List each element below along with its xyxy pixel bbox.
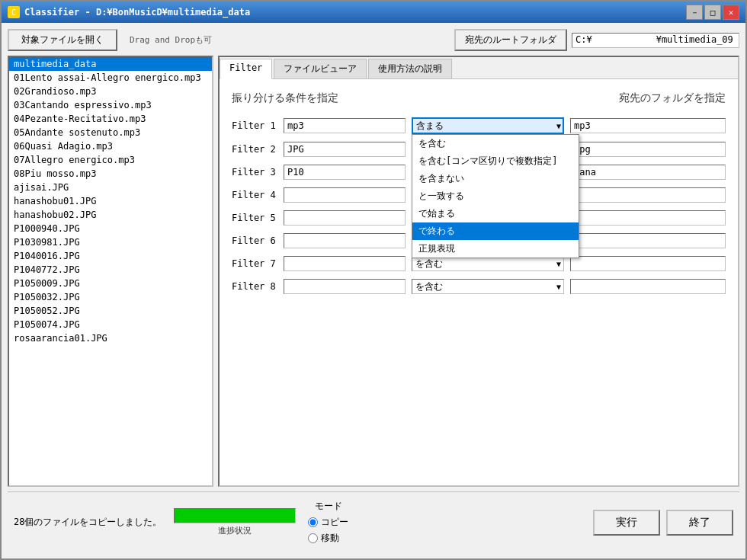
file-list-item[interactable]: 05Andante sostenuto.mp3 bbox=[9, 126, 212, 139]
file-list-item[interactable]: P1050052.JPG bbox=[9, 304, 212, 318]
dropdown-item[interactable]: を含む bbox=[412, 135, 579, 152]
dropdown-menu-1: を含むを含む[コンマ区切りで複数指定]を含まないと一致するで始まるで終わる正規表… bbox=[412, 134, 579, 258]
move-label: 移動 bbox=[321, 532, 339, 545]
file-list-item[interactable]: P1050074.JPG bbox=[9, 318, 212, 331]
action-buttons: 実行 終了 bbox=[593, 510, 733, 536]
file-list-item[interactable]: P1000940.JPG bbox=[9, 222, 212, 235]
move-radio-row: 移動 bbox=[308, 532, 339, 545]
filter-label-2: Filter 2 bbox=[232, 144, 277, 155]
filter-text-input-5[interactable] bbox=[284, 210, 406, 226]
file-list-item[interactable]: 07Allegro energico.mp3 bbox=[9, 153, 212, 167]
title-bar: C Classifier - D:¥BonMusicD¥multimedia_d… bbox=[2, 2, 745, 23]
filter-text-input-6[interactable] bbox=[284, 233, 406, 248]
exit-button[interactable]: 終了 bbox=[666, 510, 733, 536]
filter-label-6: Filter 6 bbox=[232, 235, 277, 246]
drag-label: Drag and Dropも可 bbox=[130, 34, 212, 46]
right-panel: Filterファイルビューア使用方法の説明 振り分ける条件を指定 宛先のフォルダ… bbox=[218, 56, 739, 487]
open-area: 対象ファイルを開く Drag and Dropも可 bbox=[8, 29, 212, 51]
filter-section-title: 振り分ける条件を指定 bbox=[232, 91, 338, 105]
close-button[interactable]: ✕ bbox=[723, 5, 739, 20]
filter-text-input-7[interactable] bbox=[284, 256, 406, 271]
dest-folder-input-8[interactable] bbox=[570, 279, 726, 294]
filter-select-8[interactable]: を含むを含む[コンマ区切りで複数指定]を含まないと一致するで始まるで終わる正規表… bbox=[412, 279, 564, 294]
progress-bar-outer bbox=[174, 508, 296, 523]
dropdown-item[interactable]: を含む[コンマ区切りで複数指定] bbox=[412, 152, 579, 170]
progress-label: 進捗状況 bbox=[218, 525, 252, 536]
file-list-item[interactable]: 03Cantando espressivo.mp3 bbox=[9, 98, 212, 112]
window-title: Classifier - D:¥BonMusicD¥multimedia_dat… bbox=[24, 7, 250, 18]
dropdown-item[interactable]: 正規表現 bbox=[412, 240, 579, 258]
file-list-item[interactable]: P1050009.JPG bbox=[9, 277, 212, 290]
filter-content: 振り分ける条件を指定 宛先のフォルダを指定 Filter 1▼を含むを含む[コン… bbox=[220, 79, 738, 485]
tab-ファイルビューア[interactable]: ファイルビューア bbox=[274, 59, 367, 78]
execute-button[interactable]: 実行 bbox=[593, 510, 660, 536]
filter-text-input-3[interactable] bbox=[284, 165, 406, 180]
body-area: multimedia_data01Lento assai-Allegro ene… bbox=[8, 56, 739, 487]
dropdown-item[interactable]: を含まない bbox=[412, 170, 579, 187]
filter-row-8: Filter 8を含むを含む[コンマ区切りで複数指定]を含まないと一致するで始ま… bbox=[232, 279, 726, 294]
file-list-item[interactable]: hanashobu01.JPG bbox=[9, 194, 212, 208]
filter-label-1: Filter 1 bbox=[232, 120, 277, 131]
file-list-item[interactable]: 04Pezante-Recitativo.mp3 bbox=[9, 112, 212, 126]
minimize-button[interactable]: － bbox=[686, 5, 703, 20]
filter-select-wrapper-7: を含むを含む[コンマ区切りで複数指定]を含まないと一致するで始まるで終わる正規表… bbox=[412, 256, 564, 271]
file-list-item[interactable]: 08Piu mosso.mp3 bbox=[9, 167, 212, 181]
move-radio[interactable] bbox=[308, 533, 318, 543]
filter-select-wrapper-1: ▼を含むを含む[コンマ区切りで複数指定]を含まないと一致するで始まるで終わる正規… bbox=[412, 117, 564, 134]
title-bar-left: C Classifier - D:¥BonMusicD¥multimedia_d… bbox=[8, 6, 250, 18]
filter-label-5: Filter 5 bbox=[232, 213, 277, 223]
file-list-item[interactable]: P1040016.JPG bbox=[9, 249, 212, 263]
file-list-item[interactable]: 06Quasi Adagio.mp3 bbox=[9, 139, 212, 153]
filter-header: 振り分ける条件を指定 宛先のフォルダを指定 bbox=[232, 91, 726, 105]
maximize-button[interactable]: □ bbox=[704, 5, 721, 20]
filter-text-input-2[interactable] bbox=[284, 142, 406, 157]
filter-text-input-4[interactable] bbox=[284, 187, 406, 203]
tab-使用方法の説明[interactable]: 使用方法の説明 bbox=[368, 59, 452, 78]
dropdown-item[interactable]: で終わる bbox=[412, 222, 579, 240]
dest-folder-input-6[interactable] bbox=[570, 233, 726, 248]
file-list-panel[interactable]: multimedia_data01Lento assai-Allegro ene… bbox=[8, 56, 213, 487]
dest-section-title: 宛先のフォルダを指定 bbox=[619, 91, 726, 105]
file-list-item[interactable]: P1050032.JPG bbox=[9, 290, 212, 304]
file-list-item[interactable]: P1040772.JPG bbox=[9, 263, 212, 277]
filter-text-input-8[interactable] bbox=[284, 279, 406, 294]
dest-folder-input-1[interactable] bbox=[570, 118, 726, 133]
filter-label-8: Filter 8 bbox=[232, 281, 277, 292]
filter-rows-container: Filter 1▼を含むを含む[コンマ区切りで複数指定]を含まないと一致するで始… bbox=[232, 117, 726, 302]
status-text: 28個のファイルをコピーしました。 bbox=[14, 516, 162, 529]
file-list-item[interactable]: 01Lento assai-Allegro energico.mp3 bbox=[9, 71, 212, 85]
filter-row-7: Filter 7を含むを含む[コンマ区切りで複数指定]を含まないと一致するで始ま… bbox=[232, 256, 726, 271]
dropdown-item[interactable]: で始まる bbox=[412, 205, 579, 222]
main-content: 対象ファイルを開く Drag and Dropも可 宛先のルートフォルダ mul… bbox=[2, 23, 745, 558]
file-list-item[interactable]: multimedia_data bbox=[9, 57, 212, 71]
main-window: C Classifier - D:¥BonMusicD¥multimedia_d… bbox=[0, 0, 747, 560]
dest-folder-input-7[interactable] bbox=[570, 256, 726, 271]
dest-path-input[interactable] bbox=[572, 33, 739, 48]
filter-text-input-1[interactable] bbox=[284, 118, 406, 133]
filter-label-7: Filter 7 bbox=[232, 258, 277, 269]
dest-folder-input-5[interactable] bbox=[570, 210, 726, 226]
copy-radio-row: コピー bbox=[308, 516, 348, 529]
top-bar: 対象ファイルを開く Drag and Dropも可 宛先のルートフォルダ bbox=[8, 29, 739, 51]
copy-radio[interactable] bbox=[308, 517, 318, 527]
tab-Filter[interactable]: Filter bbox=[220, 59, 272, 79]
file-list-item[interactable]: hanashobu02.JPG bbox=[9, 208, 212, 222]
tabs: Filterファイルビューア使用方法の説明 bbox=[220, 57, 738, 79]
dest-folder-input-3[interactable] bbox=[570, 165, 726, 180]
filter-select-7[interactable]: を含むを含む[コンマ区切りで複数指定]を含まないと一致するで始まるで終わる正規表… bbox=[412, 256, 564, 271]
dest-folder-input-2[interactable] bbox=[570, 142, 726, 157]
title-controls: － □ ✕ bbox=[686, 5, 739, 20]
filter-label-3: Filter 3 bbox=[232, 167, 277, 178]
filter-select-input-1[interactable] bbox=[412, 117, 564, 134]
filter-row-1: Filter 1▼を含むを含む[コンマ区切りで複数指定]を含まないと一致するで始… bbox=[232, 117, 726, 134]
file-list-item[interactable]: rosaarancia01.JPG bbox=[9, 331, 212, 345]
dest-folder-input-4[interactable] bbox=[570, 187, 726, 203]
dest-area: 宛先のルートフォルダ bbox=[454, 29, 739, 51]
file-list-item[interactable]: 02Grandioso.mp3 bbox=[9, 85, 212, 98]
file-list-item[interactable]: ajisai.JPG bbox=[9, 181, 212, 194]
filter-label-4: Filter 4 bbox=[232, 190, 277, 200]
dropdown-item[interactable]: と一致する bbox=[412, 187, 579, 205]
file-list-item[interactable]: P1030981.JPG bbox=[9, 235, 212, 249]
open-file-button[interactable]: 対象ファイルを開く bbox=[8, 29, 117, 51]
dest-folder-button[interactable]: 宛先のルートフォルダ bbox=[454, 29, 567, 51]
